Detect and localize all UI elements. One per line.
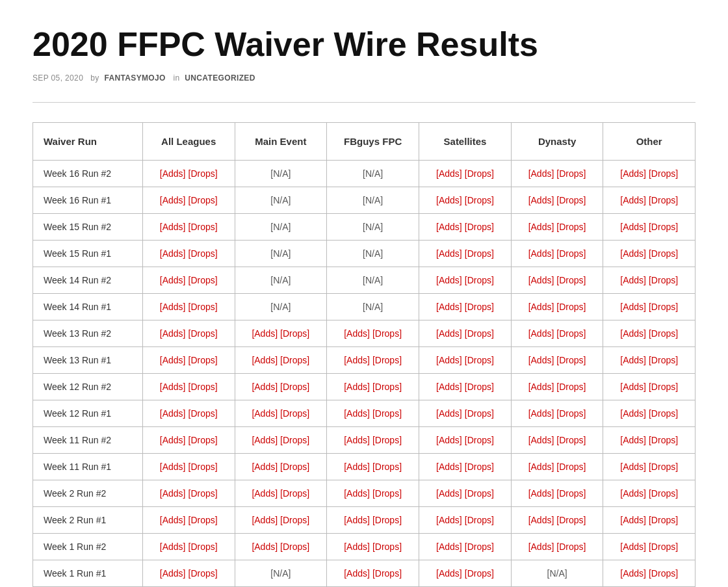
adds-link[interactable]: [Adds] — [252, 462, 278, 472]
drops-link[interactable]: [Drops] — [556, 302, 586, 312]
adds-link[interactable]: [Adds] — [436, 248, 462, 259]
adds-link[interactable]: [Adds] — [344, 355, 370, 365]
adds-link[interactable]: [Adds] — [160, 568, 186, 579]
drops-link[interactable]: [Drops] — [280, 541, 309, 552]
adds-link[interactable]: [Adds] — [344, 382, 370, 392]
adds-link[interactable]: [Adds] — [620, 408, 646, 419]
adds-link[interactable]: [Adds] — [252, 408, 278, 419]
adds-link[interactable]: [Adds] — [528, 195, 554, 205]
drops-link[interactable]: [Drops] — [649, 195, 678, 205]
adds-link[interactable]: [Adds] — [436, 541, 462, 552]
drops-link[interactable]: [Drops] — [556, 541, 586, 552]
drops-link[interactable]: [Drops] — [649, 568, 678, 579]
drops-link[interactable]: [Drops] — [188, 462, 218, 472]
drops-link[interactable]: [Drops] — [649, 222, 678, 232]
drops-link[interactable]: [Drops] — [280, 462, 309, 472]
adds-link[interactable]: [Adds] — [436, 488, 462, 499]
adds-link[interactable]: [Adds] — [160, 488, 186, 499]
adds-link[interactable]: [Adds] — [436, 328, 462, 339]
adds-link[interactable]: [Adds] — [620, 515, 646, 525]
drops-link[interactable]: [Drops] — [556, 462, 586, 472]
drops-link[interactable]: [Drops] — [649, 168, 678, 179]
adds-link[interactable]: [Adds] — [528, 328, 554, 339]
adds-link[interactable]: [Adds] — [160, 408, 186, 419]
adds-link[interactable]: [Adds] — [620, 168, 646, 179]
adds-link[interactable]: [Adds] — [252, 515, 278, 525]
adds-link[interactable]: [Adds] — [620, 382, 646, 392]
drops-link[interactable]: [Drops] — [649, 435, 678, 445]
drops-link[interactable]: [Drops] — [465, 568, 494, 579]
adds-link[interactable]: [Adds] — [160, 355, 186, 365]
drops-link[interactable]: [Drops] — [188, 328, 218, 339]
drops-link[interactable]: [Drops] — [649, 328, 678, 339]
drops-link[interactable]: [Drops] — [280, 382, 309, 392]
drops-link[interactable]: [Drops] — [280, 408, 309, 419]
adds-link[interactable]: [Adds] — [160, 328, 186, 339]
drops-link[interactable]: [Drops] — [465, 168, 494, 179]
adds-link[interactable]: [Adds] — [160, 195, 186, 205]
adds-link[interactable]: [Adds] — [436, 435, 462, 445]
drops-link[interactable]: [Drops] — [556, 488, 586, 499]
drops-link[interactable]: [Drops] — [372, 541, 402, 552]
adds-link[interactable]: [Adds] — [528, 222, 554, 232]
adds-link[interactable]: [Adds] — [344, 568, 370, 579]
drops-link[interactable]: [Drops] — [465, 248, 494, 259]
adds-link[interactable]: [Adds] — [528, 408, 554, 419]
drops-link[interactable]: [Drops] — [280, 488, 309, 499]
adds-link[interactable]: [Adds] — [344, 462, 370, 472]
adds-link[interactable]: [Adds] — [160, 382, 186, 392]
adds-link[interactable]: [Adds] — [160, 515, 186, 525]
adds-link[interactable]: [Adds] — [620, 568, 646, 579]
adds-link[interactable]: [Adds] — [160, 541, 186, 552]
adds-link[interactable]: [Adds] — [436, 355, 462, 365]
adds-link[interactable]: [Adds] — [436, 568, 462, 579]
adds-link[interactable]: [Adds] — [252, 382, 278, 392]
drops-link[interactable]: [Drops] — [649, 355, 678, 365]
adds-link[interactable]: [Adds] — [528, 248, 554, 259]
adds-link[interactable]: [Adds] — [344, 435, 370, 445]
adds-link[interactable]: [Adds] — [344, 328, 370, 339]
adds-link[interactable]: [Adds] — [620, 488, 646, 499]
drops-link[interactable]: [Drops] — [465, 355, 494, 365]
drops-link[interactable]: [Drops] — [556, 515, 586, 525]
drops-link[interactable]: [Drops] — [649, 302, 678, 312]
adds-link[interactable]: [Adds] — [436, 168, 462, 179]
drops-link[interactable]: [Drops] — [465, 462, 494, 472]
drops-link[interactable]: [Drops] — [372, 328, 402, 339]
drops-link[interactable]: [Drops] — [188, 541, 218, 552]
adds-link[interactable]: [Adds] — [620, 222, 646, 232]
drops-link[interactable]: [Drops] — [188, 382, 218, 392]
adds-link[interactable]: [Adds] — [620, 195, 646, 205]
drops-link[interactable]: [Drops] — [465, 515, 494, 525]
adds-link[interactable]: [Adds] — [436, 275, 462, 285]
drops-link[interactable]: [Drops] — [188, 488, 218, 499]
adds-link[interactable]: [Adds] — [436, 222, 462, 232]
adds-link[interactable]: [Adds] — [160, 168, 186, 179]
adds-link[interactable]: [Adds] — [344, 515, 370, 525]
adds-link[interactable]: [Adds] — [436, 382, 462, 392]
drops-link[interactable]: [Drops] — [188, 248, 218, 259]
adds-link[interactable]: [Adds] — [528, 355, 554, 365]
drops-link[interactable]: [Drops] — [372, 488, 402, 499]
drops-link[interactable]: [Drops] — [188, 515, 218, 525]
drops-link[interactable]: [Drops] — [372, 568, 402, 579]
adds-link[interactable]: [Adds] — [528, 435, 554, 445]
adds-link[interactable]: [Adds] — [252, 435, 278, 445]
drops-link[interactable]: [Drops] — [649, 408, 678, 419]
adds-link[interactable]: [Adds] — [252, 541, 278, 552]
adds-link[interactable]: [Adds] — [436, 408, 462, 419]
drops-link[interactable]: [Drops] — [188, 355, 218, 365]
drops-link[interactable]: [Drops] — [372, 462, 402, 472]
adds-link[interactable]: [Adds] — [160, 302, 186, 312]
drops-link[interactable]: [Drops] — [372, 355, 402, 365]
adds-link[interactable]: [Adds] — [344, 408, 370, 419]
drops-link[interactable]: [Drops] — [372, 515, 402, 525]
adds-link[interactable]: [Adds] — [620, 328, 646, 339]
adds-link[interactable]: [Adds] — [528, 382, 554, 392]
drops-link[interactable]: [Drops] — [372, 408, 402, 419]
adds-link[interactable]: [Adds] — [344, 541, 370, 552]
adds-link[interactable]: [Adds] — [528, 302, 554, 312]
adds-link[interactable]: [Adds] — [160, 275, 186, 285]
drops-link[interactable]: [Drops] — [465, 302, 494, 312]
drops-link[interactable]: [Drops] — [556, 222, 586, 232]
